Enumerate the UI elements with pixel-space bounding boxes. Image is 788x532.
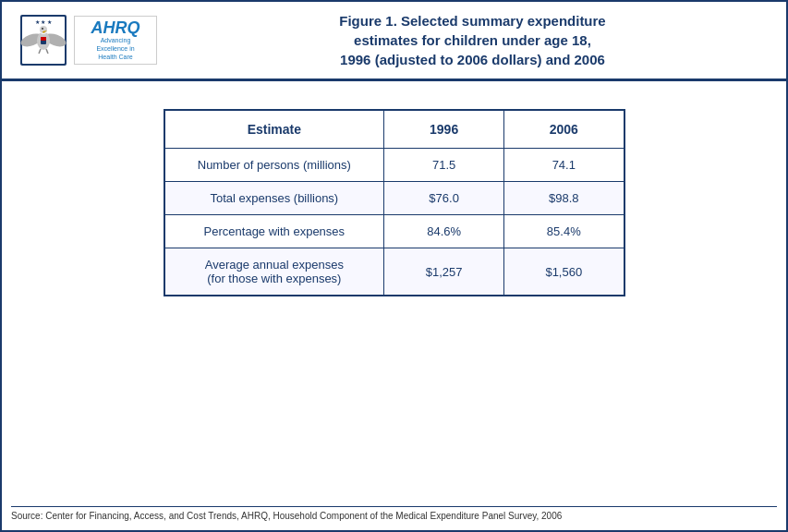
row-label: Average annual expenses(for those with e… [164, 248, 384, 296]
footer-line [11, 506, 777, 507]
table-row: Percentage with expenses84.6%85.4% [164, 215, 624, 248]
col-header-2006: 2006 [504, 110, 624, 149]
row-val-1996: $1,257 [384, 248, 504, 296]
hhs-logo: ★ ★ ★ [20, 15, 67, 66]
footer-text: Source: Center for Financing, Access, an… [11, 511, 777, 521]
footer: Source: Center for Financing, Access, an… [11, 506, 777, 521]
row-label: Total expenses (billions) [164, 182, 384, 215]
col-header-1996: 1996 [384, 110, 504, 149]
row-val-1996: 84.6% [384, 215, 504, 248]
svg-text:★ ★ ★: ★ ★ ★ [35, 19, 52, 25]
row-val-2006: $98.8 [504, 182, 624, 215]
row-val-2006: $1,560 [504, 248, 624, 296]
table-row: Average annual expenses(for those with e… [164, 248, 624, 296]
svg-point-8 [42, 28, 43, 30]
logo-area: ★ ★ ★ AHRQ Advancing Excellence in Healt… [20, 15, 177, 66]
svg-rect-10 [41, 37, 46, 41]
main-content: Estimate 1996 2006 Number of persons (mi… [2, 81, 786, 315]
row-val-1996: 71.5 [384, 149, 504, 182]
row-val-2006: 74.1 [504, 149, 624, 182]
ahrq-logo: AHRQ Advancing Excellence in Health Care [74, 16, 157, 65]
page-wrapper: ★ ★ ★ AHRQ Advancing Excellence in Healt… [0, 0, 788, 532]
ahrq-title: AHRQ [91, 19, 140, 36]
row-val-2006: 85.4% [504, 215, 624, 248]
row-val-1996: $76.0 [384, 182, 504, 215]
row-label: Number of persons (millions) [164, 149, 384, 182]
table-row: Total expenses (billions)$76.0$98.8 [164, 182, 624, 215]
title-area: Figure 1. Selected summary expenditure e… [177, 11, 768, 69]
col-header-estimate: Estimate [164, 110, 384, 149]
figure-title: Figure 1. Selected summary expenditure e… [177, 11, 768, 69]
row-label: Percentage with expenses [164, 215, 384, 248]
data-table: Estimate 1996 2006 Number of persons (mi… [164, 109, 625, 296]
ahrq-subtitle: Advancing Excellence in Health Care [96, 36, 134, 61]
table-row: Number of persons (millions)71.574.1 [164, 149, 624, 182]
header: ★ ★ ★ AHRQ Advancing Excellence in Healt… [2, 2, 786, 81]
